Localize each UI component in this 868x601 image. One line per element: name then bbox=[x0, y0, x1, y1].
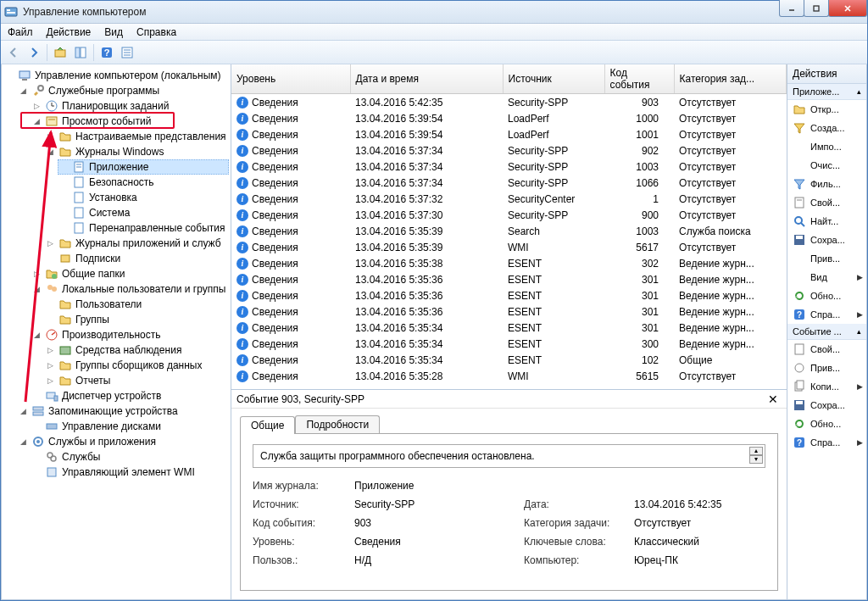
event-row[interactable]: iСведения13.04.2016 5:35:34ESENT301Веден… bbox=[231, 320, 787, 336]
tree-shared-folders[interactable]: ▷Общие папки bbox=[31, 266, 229, 281]
event-row[interactable]: iСведения13.04.2016 5:35:36ESENT301Веден… bbox=[231, 303, 787, 320]
event-row[interactable]: iСведения13.04.2016 5:35:39Search1003Слу… bbox=[231, 223, 787, 239]
event-row[interactable]: iСведения13.04.2016 5:37:34Security-SPP1… bbox=[231, 159, 787, 175]
folder-icon bbox=[58, 359, 72, 372]
svg-point-46 bbox=[51, 456, 56, 461]
actions-section-event[interactable]: Событие ...▴ bbox=[787, 324, 866, 340]
spin-up[interactable]: ▴ bbox=[749, 447, 763, 455]
action-event-attach-task[interactable]: Прив... bbox=[787, 359, 866, 377]
tab-details[interactable]: Подробности bbox=[295, 415, 380, 433]
tree-system-tools[interactable]: ◢ Служебные программы bbox=[17, 83, 229, 98]
col-event-id[interactable]: Код события bbox=[604, 64, 674, 94]
tree-services[interactable]: Службы bbox=[31, 449, 229, 465]
tree-app-services-logs[interactable]: ▷Журналы приложений и служб bbox=[44, 236, 229, 251]
tree-subscriptions[interactable]: Подписки bbox=[44, 251, 229, 266]
event-row[interactable]: iСведения13.04.2016 5:37:34Security-SPP1… bbox=[231, 175, 787, 191]
event-row[interactable]: iСведения13.04.2016 5:42:35Security-SPP9… bbox=[231, 94, 787, 111]
action-create-custom-view[interactable]: Созда... bbox=[787, 119, 866, 137]
action-properties[interactable]: Свой... bbox=[787, 193, 866, 212]
menu-action[interactable]: Действие bbox=[40, 25, 98, 40]
col-level[interactable]: Уровень bbox=[231, 64, 350, 94]
action-help-2[interactable]: ?Спра...▶ bbox=[787, 433, 866, 452]
up-button[interactable] bbox=[51, 43, 70, 62]
menu-help[interactable]: Справка bbox=[130, 25, 183, 40]
chevron-right-icon: ▶ bbox=[857, 310, 863, 319]
action-copy[interactable]: Копи...▶ bbox=[787, 377, 866, 396]
event-row[interactable]: iСведения13.04.2016 5:37:32SecurityCente… bbox=[231, 191, 787, 207]
col-datetime[interactable]: Дата и время bbox=[350, 64, 503, 94]
menu-file[interactable]: Файл bbox=[1, 25, 40, 40]
spin-down[interactable]: ▾ bbox=[749, 455, 763, 464]
close-button[interactable] bbox=[828, 0, 867, 17]
event-row[interactable]: iСведения13.04.2016 5:35:34ESENT102Общие bbox=[231, 352, 787, 368]
event-row[interactable]: iСведения13.04.2016 5:37:34Security-SPP9… bbox=[231, 142, 787, 159]
menu-view[interactable]: Вид bbox=[97, 25, 130, 40]
action-save-events[interactable]: Сохра... bbox=[787, 231, 866, 249]
tree-setup-log[interactable]: Установка bbox=[58, 190, 229, 205]
svg-rect-22 bbox=[47, 117, 57, 125]
event-row[interactable]: iСведения13.04.2016 5:35:39WMI5617Отсутс… bbox=[231, 239, 787, 255]
show-hide-tree-button[interactable] bbox=[71, 43, 90, 62]
tree-local-users-groups[interactable]: ◢Локальные пользователи и группы bbox=[31, 281, 229, 297]
action-event-properties[interactable]: Свой... bbox=[787, 340, 866, 359]
tree-application-log[interactable]: Приложение bbox=[58, 159, 229, 175]
svg-rect-41 bbox=[33, 412, 43, 415]
tree-custom-views[interactable]: ▷Настраиваемые представления bbox=[44, 129, 229, 144]
tree-system-log[interactable]: Система bbox=[58, 205, 229, 220]
help-button[interactable]: ? bbox=[97, 43, 116, 62]
event-row[interactable]: iСведения13.04.2016 5:39:54LoadPerf1000О… bbox=[231, 110, 787, 126]
tree-root[interactable]: Управление компьютером (локальным) bbox=[3, 68, 229, 83]
tree-windows-logs[interactable]: ◢Журналы Windows bbox=[44, 144, 229, 159]
action-filter-log[interactable]: Филь... bbox=[787, 175, 866, 193]
tree-reports[interactable]: ▷Отчеты bbox=[44, 373, 229, 388]
tree-users[interactable]: Пользователи bbox=[44, 297, 229, 312]
svg-rect-29 bbox=[75, 208, 83, 218]
expand-icon[interactable]: ◢ bbox=[19, 86, 28, 96]
action-view[interactable]: Вид▶ bbox=[787, 268, 866, 287]
tree-security-log[interactable]: Безопасность bbox=[58, 175, 229, 190]
event-row[interactable]: iСведения13.04.2016 5:35:28WMI5615Отсутс… bbox=[231, 368, 787, 384]
action-open-saved-log[interactable]: Откр... bbox=[787, 100, 866, 119]
info-icon: i bbox=[236, 290, 248, 302]
event-row[interactable]: iСведения13.04.2016 5:37:30Security-SPP9… bbox=[231, 207, 787, 223]
event-list[interactable]: Уровень Дата и время Источник Код событи… bbox=[231, 64, 787, 389]
action-refresh-2[interactable]: Обно... bbox=[787, 415, 866, 433]
event-row[interactable]: iСведения13.04.2016 5:35:36ESENT301Веден… bbox=[231, 271, 787, 287]
action-clear-log[interactable]: Очис... bbox=[787, 156, 866, 175]
tree-task-scheduler[interactable]: ▷Планировщик заданий bbox=[31, 98, 229, 114]
properties-button[interactable] bbox=[118, 43, 136, 62]
chevron-right-icon: ▶ bbox=[857, 382, 863, 391]
tree-services-apps[interactable]: ◢Службы и приложения bbox=[17, 434, 229, 449]
action-save-selected[interactable]: Сохра... bbox=[787, 396, 866, 415]
action-import-custom-view[interactable]: Импо... bbox=[787, 137, 866, 156]
tree-wmi-control[interactable]: Управляющий элемент WMI bbox=[31, 465, 229, 480]
action-attach-task[interactable]: Прив... bbox=[787, 249, 866, 268]
event-row[interactable]: iСведения13.04.2016 5:39:54LoadPerf1001О… bbox=[231, 126, 787, 142]
tree-performance[interactable]: ◢Производительность bbox=[31, 327, 229, 342]
col-category[interactable]: Категория зад... bbox=[674, 64, 787, 94]
back-button[interactable] bbox=[4, 43, 23, 62]
tree-storage[interactable]: ◢Запоминающие устройства bbox=[17, 403, 229, 419]
event-row[interactable]: iСведения13.04.2016 5:35:34ESENT300Веден… bbox=[231, 336, 787, 352]
tree-groups[interactable]: Группы bbox=[44, 312, 229, 327]
tree-forwarded-events[interactable]: Перенаправленные события bbox=[58, 220, 229, 236]
minimize-button[interactable] bbox=[779, 0, 804, 17]
action-refresh[interactable]: Обно... bbox=[787, 287, 866, 305]
tree-data-collector-sets[interactable]: ▷Группы сборщиков данных bbox=[44, 358, 229, 373]
tree-disk-management[interactable]: Управление дисками bbox=[31, 419, 229, 434]
action-help[interactable]: ?Спра...▶ bbox=[787, 305, 866, 324]
tree-device-manager[interactable]: Диспетчер устройств bbox=[31, 388, 229, 403]
event-row[interactable]: iСведения13.04.2016 5:35:38ESENT302Веден… bbox=[231, 255, 787, 271]
tree-monitoring-tools[interactable]: ▷Средства наблюдения bbox=[44, 342, 229, 358]
action-find[interactable]: Найт... bbox=[787, 212, 866, 231]
event-row[interactable]: iСведения13.04.2016 5:35:36ESENT301Веден… bbox=[231, 287, 787, 303]
tree-event-viewer[interactable]: ◢Просмотр событий bbox=[31, 114, 229, 129]
actions-section-application[interactable]: Приложе...▴ bbox=[787, 84, 866, 100]
maximize-button[interactable] bbox=[804, 0, 829, 17]
tab-general[interactable]: Общие bbox=[240, 416, 295, 434]
details-close-button[interactable]: ✕ bbox=[765, 392, 782, 406]
collapse-icon[interactable]: ▷ bbox=[32, 102, 42, 111]
svg-rect-49 bbox=[795, 198, 804, 208]
forward-button[interactable] bbox=[25, 43, 43, 62]
col-source[interactable]: Источник bbox=[503, 64, 604, 94]
